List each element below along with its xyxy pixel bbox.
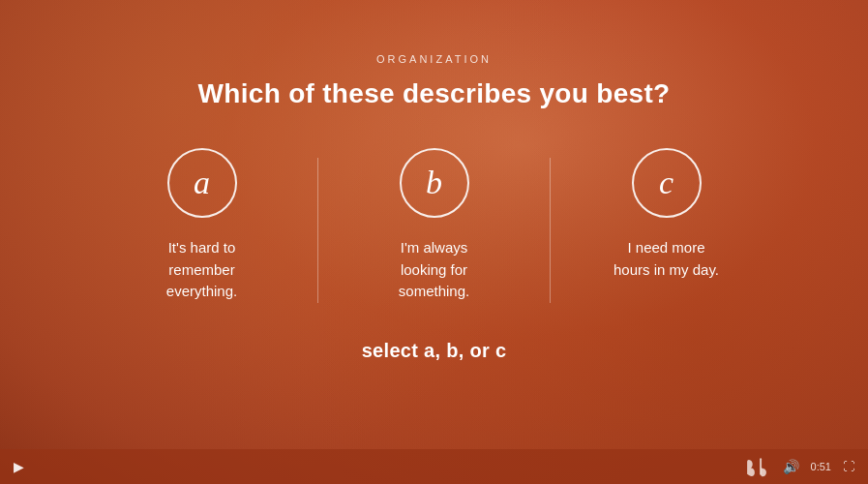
- option-b-circle: b: [400, 148, 469, 218]
- option-a-text: It's hard toremembereverything.: [166, 237, 237, 303]
- play-button[interactable]: ▶: [14, 459, 24, 475]
- option-c-text: I need morehours in my day.: [614, 237, 719, 281]
- option-c[interactable]: c I need morehours in my day.: [551, 148, 783, 281]
- option-c-letter: c: [659, 166, 673, 199]
- fullscreen-icon[interactable]: ⛶: [843, 460, 854, 474]
- main-container: ORGANIZATION Which of these describes yo…: [0, 0, 868, 484]
- timer: 0:51: [811, 461, 831, 472]
- bottom-bar: ▶ 🔊 0:51 ⛶: [0, 449, 868, 484]
- option-c-circle: c: [632, 148, 702, 218]
- select-prompt: select a, b, or c: [362, 340, 507, 362]
- options-row: a It's hard toremembereverything. b I'm …: [86, 148, 783, 303]
- option-b-letter: b: [426, 166, 442, 199]
- bottom-right-controls: 🔊 0:51 ⛶: [744, 456, 854, 477]
- option-a-circle: a: [167, 148, 237, 218]
- sound-icon[interactable]: 🔊: [783, 459, 799, 475]
- option-a-letter: a: [194, 166, 210, 199]
- category-label: ORGANIZATION: [376, 53, 492, 65]
- logo: [744, 456, 771, 477]
- option-b-text: I'm alwayslooking forsomething.: [399, 237, 469, 303]
- main-question: Which of these describes you best?: [198, 78, 671, 109]
- option-a[interactable]: a It's hard toremembereverything.: [86, 148, 318, 303]
- option-b[interactable]: b I'm alwayslooking forsomething.: [318, 148, 551, 303]
